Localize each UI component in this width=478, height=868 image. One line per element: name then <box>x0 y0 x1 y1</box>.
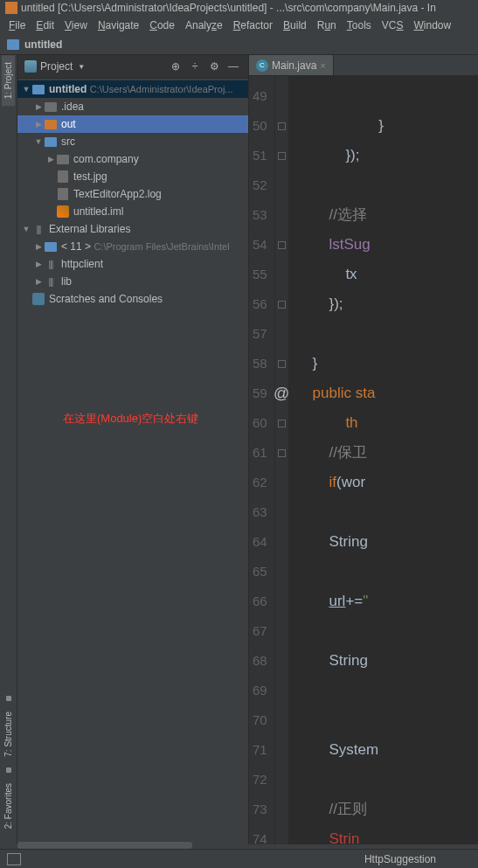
project-panel: Project ▼ ⊕ ÷ ⚙ — untitled C:\Users\Admi… <box>17 55 249 844</box>
tree-jdk[interactable]: < 11 > C:\Program Files\JetBrains\Intel <box>17 238 248 255</box>
project-panel-header: Project ▼ ⊕ ÷ ⚙ — <box>17 55 248 79</box>
hide-button[interactable]: — <box>225 59 241 74</box>
tree-texteditor[interactable]: TextEditorApp2.log <box>17 185 248 203</box>
app-icon <box>5 2 17 14</box>
code-area[interactable]: 4950515253545556575859606162636465666768… <box>249 76 478 844</box>
menu-code[interactable]: Code <box>144 17 180 33</box>
java-class-icon: C <box>256 59 268 72</box>
status-bar: HttpSuggestion <box>0 849 478 868</box>
breadcrumb[interactable]: HttpSuggestion <box>364 853 436 865</box>
structure-icon <box>6 696 11 701</box>
tool-tab-favorites[interactable]: 2: Favorites <box>2 776 15 836</box>
menu-analyze[interactable]: Analyze <box>180 17 228 33</box>
menu-edit[interactable]: Edit <box>31 17 59 33</box>
tree-lib[interactable]: lib <box>17 273 248 290</box>
menu-navigate[interactable]: Navigate <box>93 17 144 33</box>
project-tree[interactable]: untitled C:\Users\Administrator\IdeaProj… <box>17 79 248 844</box>
tree-src[interactable]: src <box>17 133 248 150</box>
library-icon <box>44 275 58 288</box>
tree-scratches[interactable]: Scratches and Consoles <box>17 290 248 308</box>
tree-httpclient[interactable]: httpclient <box>17 255 248 273</box>
tab-label: Main.java <box>272 59 316 72</box>
project-view-selector[interactable]: Project ▼ <box>24 60 85 73</box>
tree-company[interactable]: com.company <box>17 150 248 168</box>
menu-window[interactable]: Window <box>408 17 456 33</box>
tree-out[interactable]: out <box>17 115 248 133</box>
folder-icon <box>7 39 19 50</box>
tool-tab-structure[interactable]: 7: Structure <box>2 705 15 764</box>
menu-build[interactable]: Build <box>278 17 312 33</box>
horizontal-scrollbar[interactable] <box>17 842 192 849</box>
gutter-marks[interactable]: @ <box>275 76 289 844</box>
tree-testjpg[interactable]: test.jpg <box>17 168 248 185</box>
menu-tools[interactable]: Tools <box>342 17 377 33</box>
close-icon[interactable]: × <box>320 60 325 71</box>
settings-button[interactable]: ⚙ <box>206 59 222 74</box>
menu-run[interactable]: Run <box>312 17 342 33</box>
nav-project-name[interactable]: untitled <box>24 38 62 51</box>
project-icon <box>24 60 37 73</box>
menu-view[interactable]: View <box>59 17 93 33</box>
tool-tab-project[interactable]: 1: Project <box>2 55 15 106</box>
tree-iml[interactable]: untitled.iml <box>17 203 248 220</box>
editor-tab-main[interactable]: C Main.java × <box>249 55 334 75</box>
tree-root-path: C:\Users\Administrator\IdeaProj... <box>90 84 233 94</box>
collapse-button[interactable]: ÷ <box>187 59 203 74</box>
menu-refactor[interactable]: Refactor <box>228 17 278 33</box>
editor-tabs: C Main.java × <box>249 55 478 76</box>
menu-vcs[interactable]: VCS <box>377 17 409 33</box>
window-title: untitled [C:\Users\Administrator\IdeaPro… <box>21 2 436 14</box>
menu-file[interactable]: File <box>3 17 31 33</box>
tree-root[interactable]: untitled C:\Users\Administrator\IdeaProj… <box>17 80 248 98</box>
annotation-overlay: 在这里(Module)空白处右键 <box>63 411 198 427</box>
left-tool-gutter: 1: Project 7: Structure 2: Favorites <box>0 55 17 844</box>
line-numbers: 4950515253545556575859606162636465666768… <box>249 76 275 844</box>
tree-external-libs[interactable]: External Libraries <box>17 220 248 238</box>
tool-window-toggle[interactable] <box>7 853 21 865</box>
editor-area: C Main.java × 49505152535455565758596061… <box>249 55 478 844</box>
panel-title: Project <box>40 60 73 73</box>
library-icon <box>31 223 45 235</box>
chevron-down-icon: ▼ <box>78 63 85 71</box>
code-text[interactable]: } }); //选择 lstSug tx }); } public sta th… <box>289 76 478 844</box>
title-bar: untitled [C:\Users\Administrator\IdeaPro… <box>0 0 478 16</box>
navigation-bar: untitled <box>0 35 478 55</box>
library-icon <box>44 258 58 270</box>
tree-root-name: untitled <box>49 83 87 95</box>
tree-idea[interactable]: .idea <box>17 98 248 115</box>
menu-bar: File Edit View Navigate Code Analyze Ref… <box>0 16 478 35</box>
locate-button[interactable]: ⊕ <box>168 59 184 74</box>
favorites-icon <box>6 767 11 773</box>
